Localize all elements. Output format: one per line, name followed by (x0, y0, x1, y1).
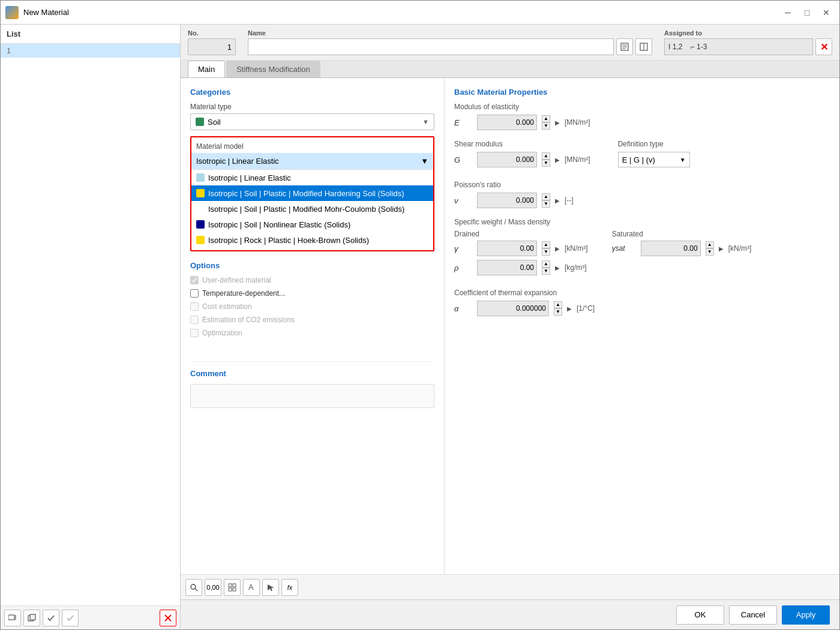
optimization-checkbox (190, 329, 199, 337)
alpha-up[interactable]: ▲ (554, 301, 562, 308)
gamma-arrow[interactable]: ▶ (555, 245, 560, 252)
check-button[interactable] (43, 610, 59, 626)
model-color-1 (196, 189, 205, 197)
gamma-sat-input[interactable] (641, 241, 701, 256)
bmp-block: Basic Material Properties Modulus of ela… (454, 88, 830, 316)
gamma-sat-down[interactable]: ▼ (706, 248, 714, 256)
G-down[interactable]: ▼ (542, 160, 550, 167)
v-input[interactable] (477, 193, 537, 208)
list-row-num: 1 (7, 46, 25, 55)
E-up[interactable]: ▲ (542, 115, 550, 122)
copy-button[interactable] (23, 610, 40, 626)
v-arrow[interactable]: ▶ (555, 197, 560, 204)
v-up[interactable]: ▲ (542, 193, 550, 200)
assigned-input[interactable] (664, 38, 813, 55)
E-down[interactable]: ▼ (542, 122, 550, 130)
co2-checkbox (190, 316, 199, 324)
model-item-0[interactable]: Isotropic | Linear Elastic (191, 170, 433, 185)
maximize-button[interactable]: □ (799, 4, 815, 21)
cursor-button[interactable] (262, 579, 279, 596)
v-unit: [--] (565, 196, 574, 205)
temperature-checkbox[interactable] (190, 289, 199, 298)
main-content: List 1 (1, 25, 839, 629)
no-input[interactable] (188, 38, 236, 55)
app-icon (5, 6, 19, 19)
model-item-2[interactable]: Isotropic | Soil | Plastic | Modified Mo… (191, 201, 433, 217)
G-stepper: ▲ ▼ (542, 152, 550, 167)
saturated-block: Saturated γsat ▲ ▼ ▶ (612, 230, 752, 260)
v-down[interactable]: ▼ (542, 200, 550, 208)
svg-line-13 (195, 589, 197, 591)
optimization-row: Optimization (190, 329, 434, 337)
svg-rect-16 (229, 588, 232, 591)
poisson-label: Poisson's ratio (454, 181, 830, 189)
categories-block: Categories Material type Soil ▼ Material (190, 88, 434, 251)
svg-marker-19 (268, 584, 274, 591)
model-color-3 (196, 220, 205, 229)
add-button[interactable] (4, 610, 21, 626)
list-area: 1 (1, 44, 180, 605)
cancel-button[interactable]: Cancel (729, 605, 777, 625)
rho-up[interactable]: ▲ (542, 260, 550, 268)
G-input[interactable] (477, 152, 537, 167)
minimize-button[interactable]: ─ (779, 4, 796, 21)
bottom-bar: OK Cancel Apply (181, 599, 839, 629)
assigned-clear-button[interactable]: ✕ (815, 38, 832, 55)
gamma-sat-up[interactable]: ▲ (706, 241, 714, 248)
model-color-2 (196, 205, 205, 213)
tab-stiffness[interactable]: Stiffness Modification (226, 61, 320, 77)
check2-button[interactable] (62, 610, 79, 626)
temperature-row: Temperature-dependent... (190, 289, 434, 298)
book-icon-button[interactable] (635, 38, 652, 55)
material-type-row: Material type Soil ▼ (190, 103, 434, 130)
zero-button[interactable]: 0,00 (205, 579, 221, 596)
E-input[interactable] (477, 115, 537, 130)
gamma-down[interactable]: ▼ (542, 248, 550, 256)
alpha-symbol: α (454, 304, 472, 313)
grid-button[interactable] (224, 579, 241, 596)
gamma-sat-arrow[interactable]: ▶ (719, 245, 724, 252)
name-input-row (248, 38, 652, 55)
tab-content: Categories Material type Soil ▼ Material (181, 78, 839, 574)
search-button[interactable] (185, 579, 202, 596)
name-input[interactable] (248, 38, 614, 55)
delete-button[interactable] (160, 610, 176, 626)
gamma-up[interactable]: ▲ (542, 241, 550, 248)
definition-dropdown[interactable]: E | G | (v) ▼ (618, 152, 690, 167)
co2-label: Estimation of CO2 emissions (202, 316, 295, 324)
rho-arrow[interactable]: ▶ (555, 265, 560, 271)
material-type-dropdown[interactable]: Soil ▼ (190, 113, 434, 130)
window-controls: ─ □ ✕ (779, 4, 835, 21)
material-type-arrow: ▼ (422, 118, 429, 125)
gamma-unit: [kN/m³] (565, 244, 588, 253)
rho-down[interactable]: ▼ (542, 268, 550, 275)
close-button[interactable]: ✕ (818, 4, 835, 21)
function-button[interactable]: fx (281, 579, 298, 596)
tabs-bar: Main Stiffness Modification (181, 61, 839, 78)
model-color-4 (196, 236, 205, 244)
apply-button[interactable]: Apply (782, 605, 830, 625)
G-up[interactable]: ▲ (542, 152, 550, 160)
text-button[interactable]: A (243, 579, 260, 596)
alpha-stepper: ▲ ▼ (554, 301, 562, 316)
alpha-down[interactable]: ▼ (554, 308, 562, 316)
model-item-1[interactable]: Isotropic | Soil | Plastic | Modified Ha… (191, 185, 433, 201)
model-item-3[interactable]: Isotropic | Soil | Nonlinear Elastic (So… (191, 217, 433, 232)
alpha-input[interactable] (477, 301, 549, 316)
edit-icon-button[interactable] (616, 38, 633, 55)
model-label-4: Isotropic | Rock | Plastic | Hoek-Brown … (208, 236, 369, 245)
rho-input[interactable] (477, 260, 537, 275)
tab-main[interactable]: Main (188, 61, 225, 77)
E-arrow[interactable]: ▶ (555, 119, 560, 126)
model-item-4[interactable]: Isotropic | Rock | Plastic | Hoek-Brown … (191, 232, 433, 248)
comment-input[interactable] (190, 384, 434, 408)
gamma-input[interactable] (477, 241, 537, 256)
model-selected[interactable]: Isotropic | Linear Elastic ▼ (191, 153, 433, 170)
saturated-label: Saturated (612, 230, 752, 238)
name-group: Name (248, 29, 652, 55)
ok-button[interactable]: OK (676, 605, 724, 625)
alpha-arrow[interactable]: ▶ (567, 305, 572, 312)
list-item[interactable]: 1 (1, 44, 180, 58)
G-arrow[interactable]: ▶ (555, 157, 560, 163)
comment-section: Comment (190, 361, 434, 410)
